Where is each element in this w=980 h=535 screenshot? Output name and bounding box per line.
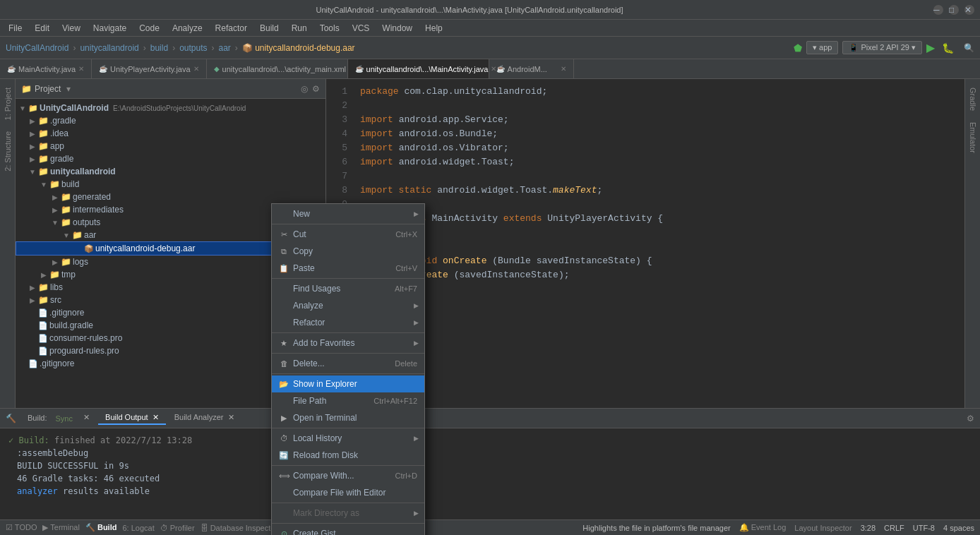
bottom-panel: 🔨 Build: Sync ✕ Build Output ✕ Build Ana… xyxy=(0,408,980,519)
context-menu-file-path[interactable]: File Path Ctrl+Alt+F12 xyxy=(272,392,424,409)
xml-file-icon: ◆ xyxy=(214,65,220,73)
menu-help[interactable]: Help xyxy=(419,22,448,35)
menu-vcs[interactable]: VCS xyxy=(347,22,376,35)
context-menu-copy[interactable]: ⧉ Copy xyxy=(272,243,424,260)
tab-activity-main-xml[interactable]: ◆ unitycallandroid\...\activity_main.xml… xyxy=(207,59,348,78)
sidebar-emulator[interactable]: Emulator xyxy=(967,116,979,159)
context-menu-compare-file-editor[interactable]: Compare File with Editor xyxy=(272,484,424,501)
build-button[interactable]: 🔨 Build xyxy=(85,523,117,532)
tab-close-1[interactable]: ✕ xyxy=(78,65,84,73)
tree-gradle[interactable]: ▶ 📁 gradle xyxy=(16,152,325,165)
code-line-5: 5 import android.os.Vibrator; xyxy=(326,141,964,155)
code-line-3: 3 import android.app.Service; xyxy=(326,113,964,127)
tree-root[interactable]: ▼ 📁 UnityCallAndroid E:\AndroidStudioPro… xyxy=(16,102,325,114)
run-icon: ⬟ xyxy=(794,42,802,54)
bottom-tab-sync[interactable]: ✕ xyxy=(74,411,97,425)
ctx-sep-6 xyxy=(272,428,424,428)
project-header: 📁 Project ▾ ◎ ⚙ xyxy=(16,79,325,99)
status-right: Highlights the file in platform's file m… xyxy=(582,523,974,532)
locate-icon[interactable]: ◎ xyxy=(301,84,308,94)
search-everywhere-icon[interactable]: 🔍 xyxy=(964,43,974,53)
code-line-4: 4 import android.os.Bundle; xyxy=(326,127,964,141)
close-button[interactable]: ✕ xyxy=(964,5,974,15)
bottom-tab-build-output[interactable]: Build Output ✕ xyxy=(98,411,166,425)
tree-build[interactable]: ▼ 📁 build xyxy=(16,178,325,191)
tab-mainactivity-java-active[interactable]: ☕ unitycallandroid\...\MainActivity.java… xyxy=(348,59,489,78)
menu-build[interactable]: Build xyxy=(254,22,285,35)
breadcrumb-outputs[interactable]: outputs xyxy=(179,43,207,53)
bottom-settings-icon[interactable]: ⚙ xyxy=(967,414,974,423)
device-selector[interactable]: 📱 Pixel 2 API 29 ▾ xyxy=(842,41,922,54)
context-menu-cut[interactable]: ✂ Cut Ctrl+X xyxy=(272,226,424,243)
context-menu-show-in-explorer[interactable]: 📂 Show in Explorer xyxy=(272,375,424,392)
menu-view[interactable]: View xyxy=(56,22,86,35)
minimize-button[interactable]: ─ xyxy=(933,5,943,15)
context-menu-paste[interactable]: 📋 Paste Ctrl+V xyxy=(272,260,424,277)
analyzer-link[interactable]: analyzer xyxy=(17,486,58,496)
breadcrumb-build[interactable]: build xyxy=(150,43,168,53)
sidebar-item-structure[interactable]: 2: Structure xyxy=(2,126,13,177)
context-menu-create-gist[interactable]: ⊙ Create Gist... xyxy=(272,525,424,535)
code-line-8: 8 import static android.widget.Toast.mak… xyxy=(326,184,964,198)
context-menu-analyze[interactable]: Analyze xyxy=(272,297,424,314)
tab-mainactivity-java[interactable]: ☕ MainActivity.java ✕ xyxy=(0,59,92,78)
bottom-tab-build-analyzer[interactable]: Build Analyzer ✕ xyxy=(167,411,241,425)
context-menu-find-usages[interactable]: Find Usages Alt+F7 xyxy=(272,280,424,297)
context-menu-reload-from-disk[interactable]: 🔄 Reload from Disk xyxy=(272,447,424,464)
breadcrumb-file[interactable]: 📦 unitycallandroid-debug.aar xyxy=(242,43,355,53)
menu-refactor[interactable]: Refactor xyxy=(210,22,253,35)
run-button[interactable]: ▶ xyxy=(926,41,935,54)
menu-run[interactable]: Run xyxy=(286,22,313,35)
menu-file[interactable]: File xyxy=(3,22,28,35)
tree-gradle-hidden[interactable]: ▶ 📁 .gradle xyxy=(16,114,325,127)
file-gradle-icon: 📄 xyxy=(38,321,48,330)
profiler-button[interactable]: ⏱ Profiler xyxy=(160,524,195,532)
menu-code[interactable]: Code xyxy=(133,22,165,35)
tree-idea[interactable]: ▶ 📁 .idea xyxy=(16,127,325,140)
logcat-button[interactable]: 6: Logcat xyxy=(122,524,154,532)
context-menu-add-to-favorites[interactable]: ★ Add to Favorites xyxy=(272,335,424,351)
breadcrumb-root[interactable]: UnityCallAndroid xyxy=(6,43,68,53)
breadcrumb-aar[interactable]: aar xyxy=(219,43,231,53)
breadcrumb-module[interactable]: unitycallandroid xyxy=(80,43,138,53)
menu-window[interactable]: Window xyxy=(376,22,418,35)
sidebar-item-project[interactable]: 1: Project xyxy=(2,82,13,126)
context-menu-local-history[interactable]: ⏱ Local History xyxy=(272,430,424,447)
event-log-button[interactable]: 🔔 Event Log xyxy=(739,523,787,532)
build-line-2: :assembleDebug xyxy=(8,447,972,459)
folder-generated-icon: 📁 xyxy=(61,192,71,202)
settings-icon[interactable]: ⚙ xyxy=(312,84,320,94)
folder-gradle2-icon: 📁 xyxy=(38,154,49,164)
debug-button[interactable]: 🐛 xyxy=(942,42,954,54)
sidebar-gradle[interactable]: Gradle xyxy=(967,82,979,116)
tree-app[interactable]: ▶ 📁 app xyxy=(16,140,325,152)
tab-close-5[interactable]: ✕ xyxy=(561,65,566,73)
tab-close-2[interactable]: ✕ xyxy=(193,65,199,73)
layout-inspector-button[interactable]: Layout Inspector xyxy=(794,524,851,532)
indent: 4 spaces xyxy=(943,524,974,532)
ctx-sep-7 xyxy=(272,465,424,466)
todo-button[interactable]: ☑ TODO xyxy=(6,523,37,532)
menu-analyze[interactable]: Analyze xyxy=(167,22,208,35)
menu-tools[interactable]: Tools xyxy=(314,22,345,35)
terminal-button[interactable]: ▶ Terminal xyxy=(42,523,79,532)
context-menu-delete[interactable]: 🗑 Delete... Delete xyxy=(272,355,424,372)
project-dropdown[interactable]: ▾ xyxy=(66,84,71,94)
bottom-tab-build[interactable]: Build: xyxy=(20,412,54,425)
tree-unitycallandroid[interactable]: ▼ 📁 unitycallandroid xyxy=(16,165,325,178)
build-icon[interactable]: 🔨 xyxy=(6,414,16,423)
maximize-button[interactable]: □ xyxy=(949,5,959,15)
ctx-sep-2 xyxy=(272,278,424,279)
tree-generated[interactable]: ▶ 📁 generated xyxy=(16,191,325,203)
tab-androidm[interactable]: ☕ AndroidM... ✕ xyxy=(489,59,574,78)
context-menu-open-terminal[interactable]: ▶ Open in Terminal xyxy=(272,409,424,426)
database-inspector-button[interactable]: 🗄 Database Inspector xyxy=(201,524,277,532)
context-menu-new[interactable]: New xyxy=(272,205,424,222)
context-menu-refactor[interactable]: Refactor xyxy=(272,314,424,331)
app-selector[interactable]: ▾ app xyxy=(806,41,838,54)
tab-unityplayer[interactable]: ☕ UnityPlayerActivity.java ✕ xyxy=(92,59,207,78)
toolbar-right: ⬟ ▾ app 📱 Pixel 2 API 29 ▾ ▶ 🐛 🔍 xyxy=(794,41,974,54)
menu-edit[interactable]: Edit xyxy=(29,22,55,35)
context-menu-compare-with[interactable]: ⟺ Compare With... Ctrl+D xyxy=(272,467,424,484)
menu-navigate[interactable]: Navigate xyxy=(88,22,132,35)
